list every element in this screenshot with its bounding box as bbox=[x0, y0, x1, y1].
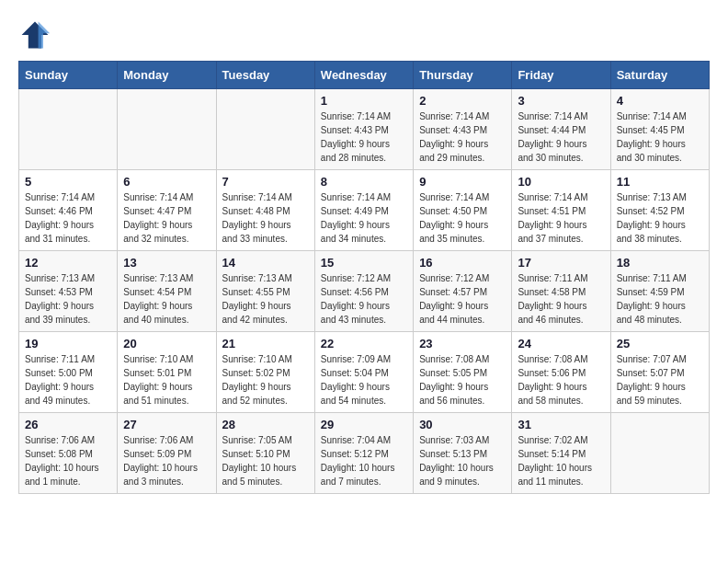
day-info: Sunrise: 7:11 AM Sunset: 5:00 PM Dayligh… bbox=[25, 352, 111, 408]
calendar-cell: 19Sunrise: 7:11 AM Sunset: 5:00 PM Dayli… bbox=[19, 332, 118, 413]
day-info: Sunrise: 7:10 AM Sunset: 5:02 PM Dayligh… bbox=[222, 352, 309, 408]
weekday-header-sunday: Sunday bbox=[19, 62, 118, 89]
day-number: 18 bbox=[617, 256, 703, 270]
logo-icon bbox=[18, 18, 51, 52]
day-number: 26 bbox=[25, 418, 111, 431]
weekday-header-monday: Monday bbox=[118, 62, 216, 89]
day-number: 22 bbox=[321, 337, 407, 350]
calendar-week-row: 26Sunrise: 7:06 AM Sunset: 5:08 PM Dayli… bbox=[19, 413, 710, 494]
calendar-cell bbox=[216, 89, 314, 170]
calendar-cell: 2Sunrise: 7:14 AM Sunset: 4:43 PM Daylig… bbox=[414, 89, 512, 170]
day-info: Sunrise: 7:12 AM Sunset: 4:57 PM Dayligh… bbox=[419, 271, 506, 327]
weekday-header-thursday: Thursday bbox=[414, 62, 512, 89]
day-info: Sunrise: 7:14 AM Sunset: 4:51 PM Dayligh… bbox=[518, 190, 604, 246]
day-number: 19 bbox=[25, 337, 111, 350]
calendar-cell: 24Sunrise: 7:08 AM Sunset: 5:06 PM Dayli… bbox=[512, 332, 610, 413]
calendar-cell: 11Sunrise: 7:13 AM Sunset: 4:52 PM Dayli… bbox=[610, 170, 709, 251]
calendar-cell: 20Sunrise: 7:10 AM Sunset: 5:01 PM Dayli… bbox=[118, 332, 216, 413]
weekday-header-tuesday: Tuesday bbox=[216, 62, 314, 89]
day-info: Sunrise: 7:14 AM Sunset: 4:50 PM Dayligh… bbox=[419, 190, 506, 246]
day-info: Sunrise: 7:06 AM Sunset: 5:08 PM Dayligh… bbox=[25, 433, 111, 488]
day-info: Sunrise: 7:13 AM Sunset: 4:53 PM Dayligh… bbox=[25, 271, 111, 327]
calendar-cell: 16Sunrise: 7:12 AM Sunset: 4:57 PM Dayli… bbox=[414, 251, 512, 332]
calendar-cell: 18Sunrise: 7:11 AM Sunset: 4:59 PM Dayli… bbox=[610, 251, 709, 332]
calendar-cell: 3Sunrise: 7:14 AM Sunset: 4:44 PM Daylig… bbox=[512, 89, 610, 170]
day-number: 12 bbox=[25, 256, 111, 270]
calendar-cell bbox=[118, 89, 216, 170]
calendar-week-row: 5Sunrise: 7:14 AM Sunset: 4:46 PM Daylig… bbox=[19, 170, 710, 251]
day-info: Sunrise: 7:14 AM Sunset: 4:48 PM Dayligh… bbox=[222, 190, 309, 246]
day-number: 16 bbox=[419, 256, 506, 270]
calendar-cell: 27Sunrise: 7:06 AM Sunset: 5:09 PM Dayli… bbox=[118, 413, 216, 494]
day-info: Sunrise: 7:13 AM Sunset: 4:55 PM Dayligh… bbox=[222, 271, 309, 327]
calendar-cell: 1Sunrise: 7:14 AM Sunset: 4:43 PM Daylig… bbox=[314, 89, 413, 170]
day-number: 7 bbox=[222, 175, 309, 189]
day-number: 1 bbox=[321, 94, 407, 108]
day-number: 29 bbox=[321, 418, 407, 431]
calendar-cell: 31Sunrise: 7:02 AM Sunset: 5:14 PM Dayli… bbox=[512, 413, 610, 494]
day-number: 4 bbox=[617, 94, 703, 108]
day-info: Sunrise: 7:02 AM Sunset: 5:14 PM Dayligh… bbox=[518, 433, 604, 488]
day-info: Sunrise: 7:14 AM Sunset: 4:46 PM Dayligh… bbox=[25, 190, 111, 246]
day-info: Sunrise: 7:10 AM Sunset: 5:01 PM Dayligh… bbox=[123, 352, 210, 408]
day-number: 15 bbox=[321, 256, 407, 270]
day-number: 9 bbox=[419, 175, 506, 189]
calendar-table: SundayMondayTuesdayWednesdayThursdayFrid… bbox=[18, 61, 710, 494]
day-number: 20 bbox=[123, 337, 210, 350]
day-info: Sunrise: 7:13 AM Sunset: 4:54 PM Dayligh… bbox=[123, 271, 210, 327]
day-number: 14 bbox=[222, 256, 309, 270]
calendar-cell bbox=[610, 413, 709, 494]
calendar-cell: 14Sunrise: 7:13 AM Sunset: 4:55 PM Dayli… bbox=[216, 251, 314, 332]
day-number: 27 bbox=[123, 418, 210, 431]
calendar-cell: 9Sunrise: 7:14 AM Sunset: 4:50 PM Daylig… bbox=[414, 170, 512, 251]
weekday-header-friday: Friday bbox=[512, 62, 610, 89]
calendar-week-row: 1Sunrise: 7:14 AM Sunset: 4:43 PM Daylig… bbox=[19, 89, 710, 170]
weekday-header-wednesday: Wednesday bbox=[314, 62, 413, 89]
day-number: 17 bbox=[518, 256, 604, 270]
day-number: 6 bbox=[123, 175, 210, 189]
day-info: Sunrise: 7:14 AM Sunset: 4:47 PM Dayligh… bbox=[123, 190, 210, 246]
calendar-cell bbox=[19, 89, 118, 170]
calendar-cell: 29Sunrise: 7:04 AM Sunset: 5:12 PM Dayli… bbox=[314, 413, 413, 494]
calendar-cell: 10Sunrise: 7:14 AM Sunset: 4:51 PM Dayli… bbox=[512, 170, 610, 251]
calendar-cell: 15Sunrise: 7:12 AM Sunset: 4:56 PM Dayli… bbox=[314, 251, 413, 332]
day-number: 2 bbox=[419, 94, 506, 108]
day-info: Sunrise: 7:06 AM Sunset: 5:09 PM Dayligh… bbox=[123, 433, 210, 488]
calendar-header-row: SundayMondayTuesdayWednesdayThursdayFrid… bbox=[19, 62, 710, 89]
day-info: Sunrise: 7:03 AM Sunset: 5:13 PM Dayligh… bbox=[419, 433, 506, 488]
day-number: 23 bbox=[419, 337, 506, 350]
day-info: Sunrise: 7:11 AM Sunset: 4:58 PM Dayligh… bbox=[518, 271, 604, 327]
day-number: 11 bbox=[617, 175, 703, 189]
day-number: 28 bbox=[222, 418, 309, 431]
day-info: Sunrise: 7:08 AM Sunset: 5:06 PM Dayligh… bbox=[518, 352, 604, 408]
calendar-cell: 8Sunrise: 7:14 AM Sunset: 4:49 PM Daylig… bbox=[314, 170, 413, 251]
day-number: 24 bbox=[518, 337, 604, 350]
day-info: Sunrise: 7:05 AM Sunset: 5:10 PM Dayligh… bbox=[222, 433, 309, 488]
calendar-cell: 23Sunrise: 7:08 AM Sunset: 5:05 PM Dayli… bbox=[414, 332, 512, 413]
day-number: 3 bbox=[518, 94, 604, 108]
day-info: Sunrise: 7:08 AM Sunset: 5:05 PM Dayligh… bbox=[419, 352, 506, 408]
day-number: 10 bbox=[518, 175, 604, 189]
calendar-cell: 7Sunrise: 7:14 AM Sunset: 4:48 PM Daylig… bbox=[216, 170, 314, 251]
day-info: Sunrise: 7:07 AM Sunset: 5:07 PM Dayligh… bbox=[617, 352, 703, 408]
day-info: Sunrise: 7:14 AM Sunset: 4:43 PM Dayligh… bbox=[321, 109, 407, 165]
day-info: Sunrise: 7:14 AM Sunset: 4:45 PM Dayligh… bbox=[617, 109, 703, 165]
day-info: Sunrise: 7:09 AM Sunset: 5:04 PM Dayligh… bbox=[321, 352, 407, 408]
calendar-cell: 6Sunrise: 7:14 AM Sunset: 4:47 PM Daylig… bbox=[118, 170, 216, 251]
calendar-cell: 30Sunrise: 7:03 AM Sunset: 5:13 PM Dayli… bbox=[414, 413, 512, 494]
day-number: 5 bbox=[25, 175, 111, 189]
day-info: Sunrise: 7:14 AM Sunset: 4:49 PM Dayligh… bbox=[321, 190, 407, 246]
calendar-cell: 28Sunrise: 7:05 AM Sunset: 5:10 PM Dayli… bbox=[216, 413, 314, 494]
day-info: Sunrise: 7:04 AM Sunset: 5:12 PM Dayligh… bbox=[321, 433, 407, 488]
day-info: Sunrise: 7:12 AM Sunset: 4:56 PM Dayligh… bbox=[321, 271, 407, 327]
calendar-week-row: 19Sunrise: 7:11 AM Sunset: 5:00 PM Dayli… bbox=[19, 332, 710, 413]
day-info: Sunrise: 7:14 AM Sunset: 4:43 PM Dayligh… bbox=[419, 109, 506, 165]
day-info: Sunrise: 7:11 AM Sunset: 4:59 PM Dayligh… bbox=[617, 271, 703, 327]
day-info: Sunrise: 7:13 AM Sunset: 4:52 PM Dayligh… bbox=[617, 190, 703, 246]
calendar-cell: 4Sunrise: 7:14 AM Sunset: 4:45 PM Daylig… bbox=[610, 89, 709, 170]
page-header bbox=[18, 18, 710, 52]
calendar-cell: 22Sunrise: 7:09 AM Sunset: 5:04 PM Dayli… bbox=[314, 332, 413, 413]
calendar-cell: 25Sunrise: 7:07 AM Sunset: 5:07 PM Dayli… bbox=[610, 332, 709, 413]
calendar-week-row: 12Sunrise: 7:13 AM Sunset: 4:53 PM Dayli… bbox=[19, 251, 710, 332]
day-number: 31 bbox=[518, 418, 604, 431]
